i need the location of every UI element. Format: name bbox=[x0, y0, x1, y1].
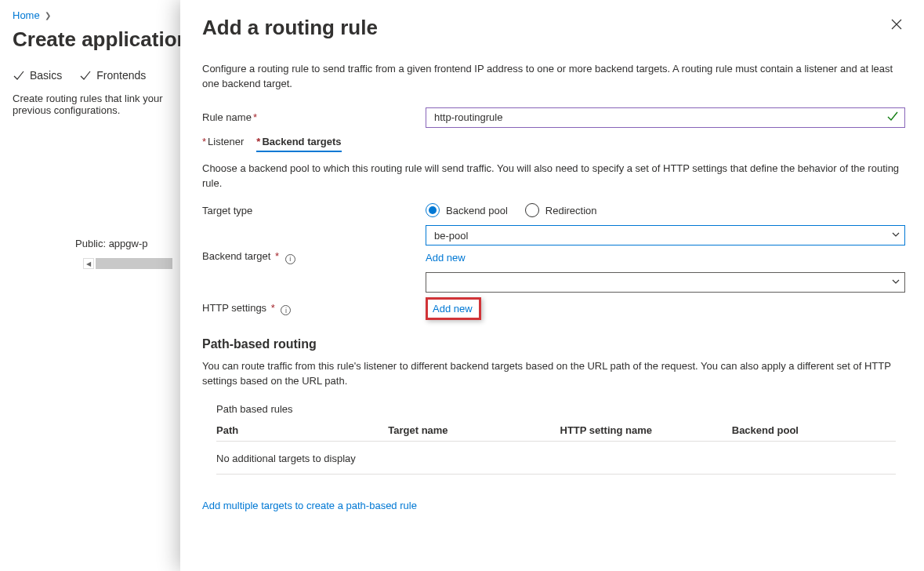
panel-description: Configure a routing rule to send traffic… bbox=[202, 62, 905, 92]
th-path: Path bbox=[216, 424, 380, 436]
check-icon bbox=[13, 69, 25, 82]
backend-target-label: Backend target * i bbox=[202, 250, 426, 264]
info-icon[interactable]: i bbox=[281, 305, 291, 315]
rule-name-label: Rule name* bbox=[202, 111, 426, 123]
add-new-backend-target-link[interactable]: Add new bbox=[426, 252, 466, 264]
th-target-name: Target name bbox=[388, 424, 552, 436]
close-icon[interactable] bbox=[888, 16, 905, 35]
panel-tabs: *Listener *Backend targets bbox=[202, 136, 905, 152]
table-empty-row: No additional targets to display bbox=[216, 442, 896, 475]
th-backend-pool: Backend pool bbox=[732, 424, 896, 436]
th-http-setting: HTTP setting name bbox=[560, 424, 724, 436]
page-description: Create routing rules that link your prev… bbox=[13, 93, 185, 116]
tab-backend-targets[interactable]: *Backend targets bbox=[256, 136, 341, 152]
tab-listener[interactable]: *Listener bbox=[202, 136, 244, 152]
target-type-radiogroup: Backend pool Redirection bbox=[426, 203, 597, 217]
add-multiple-targets-link[interactable]: Add multiple targets to create a path-ba… bbox=[202, 500, 905, 511]
step-frontends[interactable]: Frontends bbox=[79, 69, 146, 82]
check-icon bbox=[79, 69, 92, 82]
rule-name-input[interactable]: http-routingrule bbox=[426, 107, 905, 128]
backend-section-description: Choose a backend pool to which this rout… bbox=[202, 162, 905, 191]
add-new-http-settings-link[interactable]: Add new bbox=[426, 297, 481, 320]
backend-target-select[interactable]: be-pool bbox=[426, 225, 905, 245]
valid-check-icon bbox=[887, 111, 898, 124]
http-settings-label: HTTP settings * i bbox=[202, 302, 426, 316]
target-type-label: Target type bbox=[202, 205, 426, 216]
http-settings-select[interactable] bbox=[426, 272, 905, 293]
breadcrumb-home[interactable]: Home bbox=[13, 9, 40, 21]
chevron-right-icon: ❯ bbox=[45, 11, 51, 20]
step-basics[interactable]: Basics bbox=[13, 69, 62, 82]
info-icon[interactable]: i bbox=[285, 254, 295, 264]
chevron-down-icon bbox=[892, 231, 900, 240]
path-based-routing-description: You can route traffic from this rule's l… bbox=[202, 359, 905, 389]
scroll-left-icon[interactable]: ◀ bbox=[83, 258, 94, 269]
radio-redirection[interactable]: Redirection bbox=[525, 203, 597, 217]
panel-title: Add a routing rule bbox=[202, 16, 378, 40]
step-label: Basics bbox=[30, 69, 62, 82]
path-rules-table: Path based rules Path Target name HTTP s… bbox=[216, 403, 896, 475]
chevron-down-icon bbox=[892, 278, 900, 287]
path-based-routing-heading: Path-based routing bbox=[202, 337, 905, 351]
step-label: Frontends bbox=[96, 69, 146, 82]
routing-rule-panel: Add a routing rule Configure a routing r… bbox=[180, 0, 924, 571]
table-title: Path based rules bbox=[216, 403, 896, 415]
radio-backend-pool[interactable]: Backend pool bbox=[426, 203, 508, 217]
